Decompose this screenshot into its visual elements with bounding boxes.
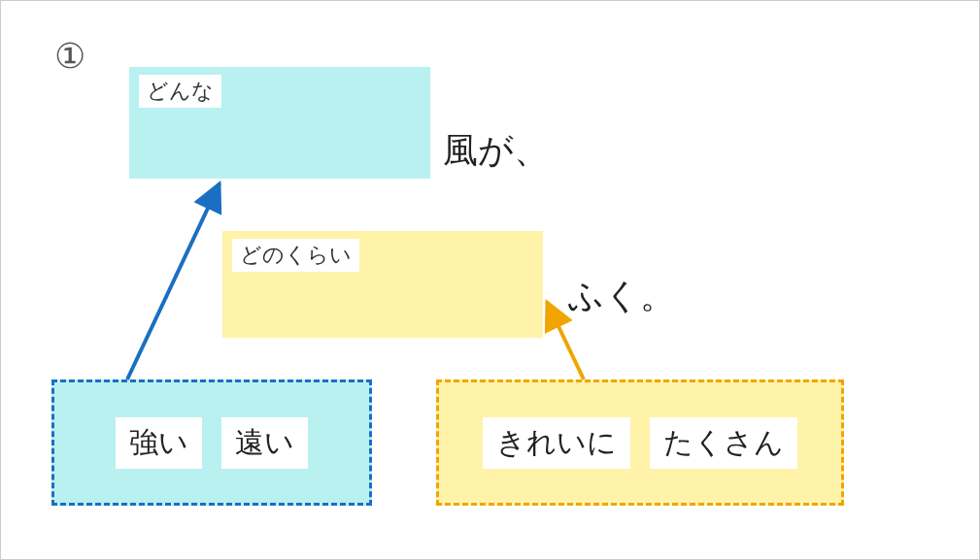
sentence-part2: ふく。 — [568, 273, 675, 320]
sentence-part1: 風が、 — [443, 127, 549, 175]
word-bank-yellow: きれいに たくさん — [436, 379, 844, 506]
question-number: ① — [54, 36, 85, 77]
slot-yellow-label: どのくらい — [232, 239, 359, 272]
arrow-cyan — [127, 183, 220, 379]
bank-item[interactable]: きれいに — [483, 417, 630, 469]
slot-cyan-label: どんな — [139, 75, 221, 108]
bank-item[interactable]: たくさん — [650, 417, 797, 469]
bank-item[interactable]: 遠い — [221, 417, 308, 469]
slot-yellow[interactable]: どのくらい — [222, 231, 543, 338]
diagram-stage: ① どんな 風が、 どのくらい ふく。 強い 遠い きれいに たくさん — [1, 1, 979, 559]
bank-item[interactable]: 強い — [116, 417, 202, 469]
word-bank-cyan: 強い 遠い — [51, 379, 372, 506]
slot-cyan[interactable]: どんな — [129, 67, 430, 179]
